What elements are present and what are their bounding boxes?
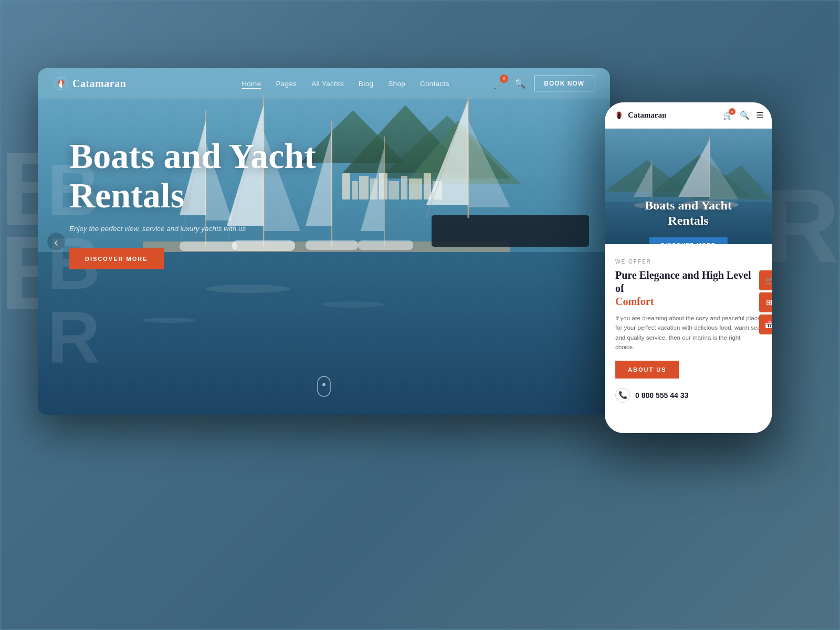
mobile-mockup: Catamaran 🛒 0 🔍 ☰ xyxy=(605,102,772,433)
mobile-phone-row: 📞 0 800 555 44 33 xyxy=(615,388,761,403)
search-icon[interactable]: 🔍 xyxy=(514,78,526,89)
desktop-mockup: B B R Catamaran Home Pages All Yachts Bl… xyxy=(38,68,610,415)
nav-link-home[interactable]: Home xyxy=(242,80,261,88)
mobile-navbar: Catamaran 🛒 0 🔍 ☰ xyxy=(605,102,772,129)
cart-badge: 0 xyxy=(500,75,508,83)
mobile-section-description: If you are dreaming about the cozy and p… xyxy=(615,313,761,352)
mobile-nav-actions: 🛒 0 🔍 ☰ xyxy=(723,110,763,120)
nav-link-contacts[interactable]: Contacts xyxy=(420,80,449,88)
mobile-logo-icon xyxy=(613,110,625,121)
phone-number: 0 800 555 44 33 xyxy=(635,391,688,400)
desktop-navbar: Catamaran Home Pages All Yachts Blog Sho… xyxy=(38,68,610,99)
mobile-side-icons: 🛒 ⊞ 📅 xyxy=(759,270,772,334)
mobile-section-title: Pure Elegance and High Level of Comfort xyxy=(615,269,761,308)
mobile-eyebrow: WE OFFER xyxy=(615,259,761,265)
mobile-discover-button[interactable]: DISCOVER MORE xyxy=(649,237,728,244)
phone-icon: 📞 xyxy=(615,388,630,403)
mobile-search-icon[interactable]: 🔍 xyxy=(740,111,750,120)
mobile-content-section: WE OFFER Pure Elegance and High Level of… xyxy=(605,244,772,433)
mobile-hero: Boats and Yacht Rentals DISCOVER MORE xyxy=(605,129,772,244)
nav-link-shop[interactable]: Shop xyxy=(388,80,405,88)
nav-link-all-yachts[interactable]: All Yachts xyxy=(311,80,344,88)
desktop-nav-actions: 🛒 0 🔍 BOOK NOW xyxy=(492,76,594,91)
desktop-hero-content: Boats and Yacht Rentals Enjoy the perfec… xyxy=(69,136,316,269)
desktop-logo: Catamaran xyxy=(54,76,126,91)
desktop-inner: B B R Catamaran Home Pages All Yachts Bl… xyxy=(38,68,610,415)
side-icon-compare[interactable]: ⊞ xyxy=(759,292,772,312)
desktop-discover-button[interactable]: DISCOVER MORE xyxy=(69,248,164,269)
nav-link-pages[interactable]: Pages xyxy=(276,80,297,88)
mobile-logo: Catamaran xyxy=(613,110,666,121)
mobile-hero-title: Boats and Yacht Rentals xyxy=(615,198,761,228)
mobile-menu-icon[interactable]: ☰ xyxy=(756,110,763,120)
scroll-indicator xyxy=(317,376,331,400)
mobile-about-button[interactable]: ABOUT US xyxy=(615,361,679,379)
nav-link-blog[interactable]: Blog xyxy=(359,80,373,88)
svg-point-46 xyxy=(322,385,326,388)
side-icon-cart[interactable]: 🛒 xyxy=(759,270,772,290)
mobile-cart-badge: 0 xyxy=(729,108,736,115)
desktop-nav-links: Home Pages All Yachts Blog Shop Contacts xyxy=(242,80,449,88)
book-now-button[interactable]: BOOK NOW xyxy=(534,76,594,91)
side-icon-calendar[interactable]: 📅 xyxy=(759,314,772,334)
logo-icon xyxy=(54,76,68,91)
prev-slide-button[interactable]: ‹ xyxy=(47,233,65,250)
cart-button[interactable]: 🛒 0 xyxy=(492,77,506,90)
desktop-hero-subtitle: Enjoy the perfect view, service and luxu… xyxy=(69,225,316,233)
desktop-hero-title: Boats and Yacht Rentals xyxy=(69,136,316,215)
mobile-cart-button[interactable]: 🛒 0 xyxy=(723,110,733,120)
